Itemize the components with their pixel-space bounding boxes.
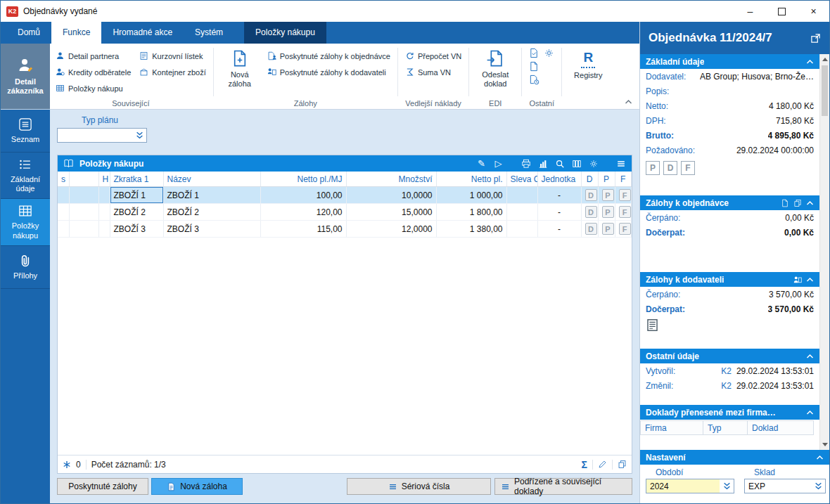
- tab-domu[interactable]: Domů: [6, 22, 51, 44]
- scroll-up-arrow-icon[interactable]: [822, 58, 828, 61]
- cell-blank[interactable]: [69, 187, 98, 204]
- ribbon-item-kredity-odberatele[interactable]: Kredity odběratele: [56, 64, 131, 80]
- cell-s[interactable]: [58, 204, 69, 221]
- cell-blank[interactable]: [69, 221, 98, 238]
- d-flag-button[interactable]: D: [585, 223, 597, 235]
- print-icon[interactable]: [520, 157, 532, 169]
- cell-h[interactable]: [98, 187, 110, 204]
- run-icon[interactable]: ▷: [492, 157, 504, 169]
- f-flag-button[interactable]: F: [619, 206, 631, 218]
- cell-s[interactable]: [58, 221, 69, 238]
- nova-zaloha-big-button[interactable]: Nová záloha: [221, 48, 259, 89]
- columns-icon[interactable]: [570, 157, 582, 169]
- ribbon-item-prepocet-vn[interactable]: Přepočet VN: [405, 48, 461, 64]
- column-header-s[interactable]: s: [58, 172, 69, 187]
- grid-empty-area[interactable]: [58, 238, 632, 455]
- ribbon-item-poskytnute-zalohy-dodavateli[interactable]: Poskytnuté zálohy k dodavateli: [267, 64, 390, 80]
- chevron-down-icon[interactable]: [720, 479, 734, 493]
- seriova-cisla-button[interactable]: Sériová čísla: [347, 478, 491, 495]
- d-flag-button[interactable]: D: [585, 189, 597, 201]
- chevron-down-icon[interactable]: [132, 129, 146, 142]
- column-header-d[interactable]: D: [581, 172, 598, 187]
- filter-asterisk-icon[interactable]: [63, 460, 71, 469]
- minimize-button[interactable]: –: [734, 1, 766, 22]
- column-header-typ[interactable]: Typ: [703, 420, 748, 435]
- column-header-mnozstvi[interactable]: Množství: [346, 172, 436, 187]
- sum-icon[interactable]: Σ: [582, 459, 587, 470]
- scroll-down-arrow-icon[interactable]: [822, 443, 828, 446]
- d-flag-button[interactable]: D: [585, 206, 597, 218]
- quick-edit-icon[interactable]: ✎: [475, 157, 487, 169]
- copy-windows-icon[interactable]: [618, 460, 627, 469]
- ribbon-item-kontejner-zbozi[interactable]: Kontejner zboží: [139, 64, 205, 80]
- cell-blank[interactable]: [69, 204, 98, 221]
- column-header-f[interactable]: F: [615, 172, 632, 187]
- document-icon[interactable]: [781, 199, 789, 207]
- tab-system[interactable]: Systém: [184, 22, 234, 44]
- typ-planu-combo[interactable]: [57, 128, 147, 143]
- tab-polozky-nakupu[interactable]: Položky nákupu: [244, 22, 326, 44]
- search-icon[interactable]: [554, 157, 566, 169]
- f-flag-button[interactable]: F: [619, 223, 631, 235]
- close-button[interactable]: ×: [798, 1, 829, 22]
- pencil-icon[interactable]: [598, 460, 607, 469]
- podrizene-doklady-button[interactable]: Podřízené a související doklady: [494, 478, 632, 495]
- ribbon-item-detail-partnera[interactable]: Detail partnera: [56, 48, 131, 64]
- column-header-doklad[interactable]: Doklad: [747, 420, 814, 435]
- cell-h[interactable]: [98, 204, 110, 221]
- chevron-up-icon[interactable]: [806, 410, 814, 415]
- tab-funkce[interactable]: Funkce: [51, 22, 101, 44]
- cell-sleva[interactable]: [506, 187, 537, 204]
- invoice-icon-button[interactable]: [640, 316, 819, 335]
- ribbon-item-poskytnute-zalohy-objednavce[interactable]: Poskytnuté zálohy k objednávce: [267, 48, 390, 64]
- chevron-up-icon[interactable]: [806, 277, 814, 283]
- cell-jednotka[interactable]: -: [537, 187, 581, 204]
- odeslat-doklad-big-button[interactable]: Odeslat doklad: [476, 48, 514, 89]
- column-header-firma[interactable]: Firma: [640, 420, 703, 435]
- p-flag-button[interactable]: P: [646, 161, 660, 175]
- section-header[interactable]: Zálohy k objednávce: [640, 195, 819, 210]
- chevron-up-icon[interactable]: [816, 455, 824, 460]
- column-header-blank[interactable]: [69, 172, 98, 187]
- cell-nazev[interactable]: ZBOŽÍ 3: [163, 221, 260, 238]
- cell-s[interactable]: [58, 187, 69, 204]
- sidebar-item-zakladni-udaje[interactable]: Základní údaje: [1, 153, 50, 199]
- sidebar-item-polozky-nakupu[interactable]: Položky nákupu: [1, 199, 50, 245]
- table-row[interactable]: ZBOŽÍ 1 ZBOŽÍ 1 100,00 10,0000 1 000,00 …: [58, 187, 632, 204]
- d-flag-button[interactable]: D: [663, 161, 677, 175]
- sklad-combo[interactable]: EXP: [744, 479, 826, 493]
- column-header-netto-mj[interactable]: Netto pl./MJ: [260, 172, 346, 187]
- cell-netto[interactable]: 1 380,00: [436, 221, 506, 238]
- cell-mnozstvi[interactable]: 12,0000: [346, 221, 436, 238]
- document-check-icon-button[interactable]: [529, 48, 540, 58]
- column-header-sleva[interactable]: Sleva O: [506, 172, 537, 187]
- chevron-down-icon[interactable]: [811, 479, 825, 493]
- f-flag-button[interactable]: F: [681, 161, 695, 175]
- document-copy-icon-button[interactable]: [529, 61, 540, 72]
- cell-zkratka[interactable]: ZBOŽÍ 1: [110, 187, 163, 204]
- cell-sleva[interactable]: [506, 204, 537, 221]
- obdobi-combo[interactable]: 2024: [646, 479, 734, 493]
- gear-icon-button[interactable]: [544, 48, 554, 58]
- f-flag-button[interactable]: F: [619, 189, 631, 201]
- cell-zkratka[interactable]: ZBOŽÍ 2: [110, 204, 163, 221]
- chevron-up-icon[interactable]: [806, 200, 814, 206]
- table-row[interactable]: ZBOŽÍ 2 ZBOŽÍ 2 120,00 15,0000 1 800,00 …: [58, 204, 632, 221]
- cell-h[interactable]: [98, 221, 110, 238]
- section-header[interactable]: Ostatní údaje: [640, 349, 819, 363]
- cell-zkratka[interactable]: ZBOŽÍ 3: [110, 221, 163, 238]
- document-copy-icon[interactable]: [793, 199, 802, 207]
- column-header-nazev[interactable]: Název: [163, 172, 260, 187]
- column-header-h[interactable]: H: [98, 172, 110, 187]
- p-flag-button[interactable]: P: [602, 223, 614, 235]
- maximize-button[interactable]: [766, 1, 798, 22]
- column-header-p[interactable]: P: [598, 172, 615, 187]
- ribbon-item-kurzovni-listek[interactable]: Kurzovní lístek: [139, 48, 205, 64]
- chevron-up-icon[interactable]: [806, 59, 814, 65]
- p-flag-button[interactable]: P: [602, 189, 614, 201]
- column-header-zkratka[interactable]: Zkratka 1: [110, 172, 163, 187]
- section-header[interactable]: Základní údaje: [640, 54, 819, 69]
- ribbon-item-suma-vn[interactable]: Suma VN: [405, 64, 461, 80]
- cell-nazev[interactable]: ZBOŽÍ 1: [163, 187, 260, 204]
- cell-mnozstvi[interactable]: 15,0000: [346, 204, 436, 221]
